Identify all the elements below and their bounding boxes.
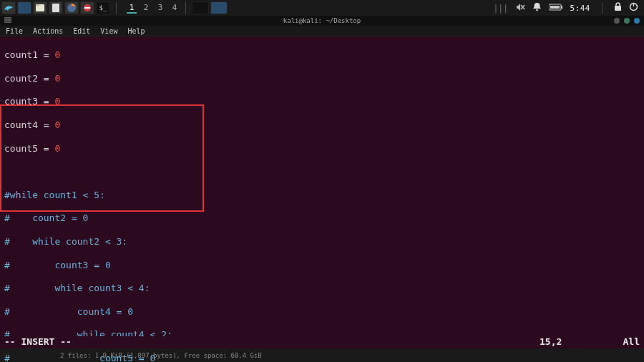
- clock[interactable]: 5:44: [570, 4, 591, 13]
- code-line: #while count1 < 5:: [4, 190, 640, 201]
- code-line: # while count2 < 3:: [4, 236, 640, 248]
- code-line: # count2 = 0: [4, 212, 640, 224]
- lock-icon[interactable]: [614, 2, 622, 14]
- vim-statusline: -- INSERT -- 15,2 All: [0, 336, 644, 348]
- terminal-icon[interactable]: $_: [96, 1, 110, 14]
- svg-rect-5: [84, 7, 90, 9]
- menu-edit[interactable]: Edit: [73, 27, 90, 35]
- firefox-icon[interactable]: [64, 1, 79, 14]
- clipboard-icon[interactable]: [49, 1, 63, 14]
- svg-rect-10: [561, 6, 562, 9]
- power-icon[interactable]: [629, 2, 638, 14]
- window-minimize-icon[interactable]: [614, 18, 620, 24]
- window-menu-icon[interactable]: [4, 17, 11, 24]
- kali-menu-icon[interactable]: [1, 1, 16, 14]
- menu-help[interactable]: Help: [127, 27, 145, 35]
- taskbar-app-icon[interactable]: [210, 1, 228, 14]
- file-manager-icon[interactable]: [33, 1, 47, 14]
- topbar-right-group: ||| 5:44: [493, 2, 644, 14]
- menu-file[interactable]: File: [6, 27, 23, 35]
- menu-view[interactable]: View: [100, 27, 117, 35]
- vim-scroll-pct: All: [604, 336, 640, 348]
- audio-mute-icon[interactable]: [515, 2, 525, 14]
- code-line: # count5 = 0: [4, 353, 640, 362]
- svg-point-8: [536, 9, 538, 11]
- code-line: count4 = 0: [4, 119, 640, 131]
- window-title: kali@kali: ~/Desktop: [283, 17, 361, 24]
- svg-rect-2: [52, 4, 59, 12]
- code-line: count5 = 0: [4, 143, 640, 155]
- menu-actions[interactable]: Actions: [33, 27, 63, 35]
- no-entry-icon[interactable]: [80, 1, 94, 14]
- window-list-icon[interactable]: [17, 1, 31, 14]
- code-line: [4, 166, 640, 177]
- tray-slashes: |||: [493, 3, 507, 14]
- taskbar-terminal-icon[interactable]: [192, 1, 209, 14]
- topbar-left-group: $_ 1 2 3 4: [0, 1, 228, 14]
- code-line: # while count3 < 4:: [4, 283, 640, 294]
- notification-bell-icon[interactable]: [532, 2, 542, 14]
- svg-rect-1: [36, 4, 39, 6]
- workspace-4[interactable]: 4: [170, 3, 180, 14]
- window-close-icon[interactable]: [634, 18, 640, 24]
- window-titlebar[interactable]: kali@kali: ~/Desktop: [0, 16, 644, 26]
- workspace-switcher[interactable]: 1 2 3 4: [127, 3, 180, 14]
- code-line: count3 = 0: [4, 96, 640, 107]
- code-line: count2 = 0: [4, 73, 640, 84]
- vim-editor-pane[interactable]: count1 = 0 count2 = 0 count3 = 0 count4 …: [0, 36, 644, 348]
- workspace-1[interactable]: 1: [127, 3, 137, 14]
- svg-rect-11: [550, 6, 560, 9]
- terminal-menubar: File Actions Edit View Help: [0, 26, 644, 36]
- window-maximize-icon[interactable]: [624, 18, 630, 24]
- vim-mode: -- INSERT --: [4, 336, 72, 348]
- vim-cursor-pos: 15,2: [540, 336, 604, 348]
- workspace-2[interactable]: 2: [141, 3, 151, 14]
- code-line: # count4 = 0: [4, 306, 640, 318]
- workspace-3[interactable]: 3: [155, 3, 165, 14]
- svg-rect-12: [615, 6, 621, 11]
- code-line: count1 = 0: [4, 49, 640, 61]
- battery-icon[interactable]: [549, 4, 563, 13]
- code-line: # count3 = 0: [4, 260, 640, 271]
- system-topbar: $_ 1 2 3 4 ||| 5:44: [0, 0, 644, 16]
